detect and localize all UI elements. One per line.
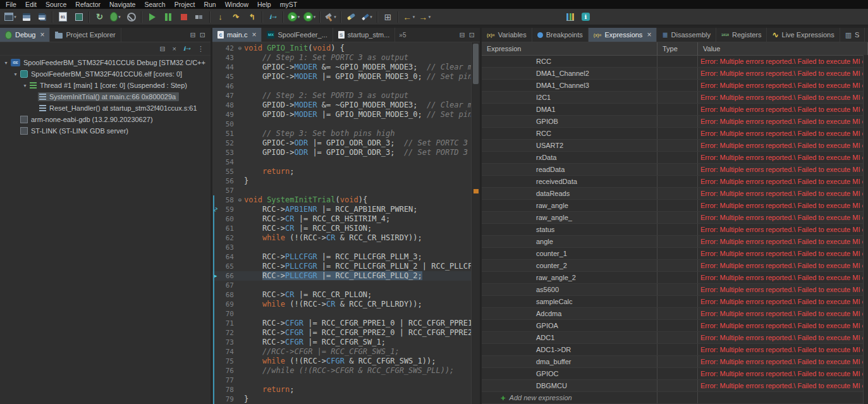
tab-main-c[interactable]: main.c× [212,28,262,42]
tab-s[interactable]: S [840,28,865,42]
terminate-button[interactable] [176,10,192,24]
expression-row[interactable]: I2C1Error: Multiple errors reported.\ Fa… [482,92,868,104]
debug-tree-item[interactable]: Reset_Handler() at startup_stm32f401ccux… [0,102,211,114]
expression-row[interactable]: sampleCalcError: Multiple errors reporte… [482,296,868,308]
code-line[interactable]: 63 [212,243,480,252]
code-line[interactable]: 74 //RCC->CFGR |= RCC_CFGR_SWS_1; [212,347,480,357]
debug-tree-item[interactable]: ▾SpoolFeederBM_STM32F401CCU6.elf [cores:… [0,68,211,80]
expression-row[interactable]: RCCError: Multiple errors reported.\ Fai… [482,56,868,68]
maximize-icon[interactable]: ⊡ [469,31,475,39]
expression-row[interactable]: rxDataError: Multiple errors reported.\ … [482,152,868,164]
dropdown-caret-icon[interactable]: ▾ [334,15,336,20]
disconnect-button[interactable] [192,10,207,24]
code-line[interactable]: 62 while (!(RCC->CR & RCC_CR_HSIRDY)); [212,233,480,243]
expression-row[interactable]: RCCError: Multiple errors reported.\ Fai… [482,128,868,140]
expression-row[interactable]: USART2Error: Multiple errors reported.\ … [482,140,868,152]
step-into-button[interactable] [212,10,228,24]
tab-registers[interactable]: Registers [716,28,767,42]
close-icon[interactable]: × [40,30,44,39]
expression-row[interactable]: readDataError: Multiple errors reported.… [482,164,868,176]
code-line[interactable]: 44 GPIOC->MODER &= ~GPIO_MODER_MODE3; //… [212,63,480,72]
dropdown-caret-icon[interactable]: ▾ [370,15,372,20]
debug-tree-item[interactable]: SystemInitTrial() at main.c:66 0x800029a [0,91,211,102]
code-line[interactable]: 47 // Step 2: Set PORTD 3 as output [212,91,480,101]
code-line[interactable]: 78 return; [212,385,480,395]
code-line[interactable]: 69 while (!(RCC->CR & RCC_CR_PLLRDY)); [212,300,480,309]
expand-arrow-icon[interactable]: ▾ [3,60,9,66]
dropdown-caret-icon[interactable]: ▾ [314,15,316,20]
code-line[interactable]: 72 RCC->CFGR |= RCC_CFGR_PPRE2_0 | RCC_C… [212,328,480,338]
code-line[interactable]: 50 [212,119,480,129]
expression-row[interactable]: dataReadsError: Multiple errors reported… [482,188,868,200]
tab-disassembly[interactable]: Disassembly [657,28,716,42]
refresh-button[interactable] [92,10,107,24]
remove-all-terminated-icon[interactable]: × [173,46,176,52]
dropdown-caret-icon[interactable]: ▾ [14,15,16,20]
expression-row[interactable]: angleError: Multiple errors reported.\ F… [482,236,868,248]
tab-startup-stm[interactable]: startup_stm... [333,28,396,42]
code-line[interactable]: 57 [212,186,480,195]
expression-row[interactable]: DMA1Error: Multiple errors reported.\ Fa… [482,104,868,116]
expression-row[interactable]: raw_angle_Error: Multiple errors reporte… [482,212,868,224]
expression-row[interactable]: ADC1Error: Multiple errors reported.\ Fa… [482,332,868,344]
menu-item-refactor[interactable]: Refactor [71,1,105,8]
expression-row[interactable]: ADC1->DRError: Multiple errors reported.… [482,344,868,356]
expression-row[interactable]: dma_bufferError: Multiple errors reporte… [482,356,868,368]
close-icon[interactable]: × [252,30,256,39]
dropdown-caret-icon[interactable]: ▾ [429,15,431,20]
code-line[interactable]: 54 [212,157,480,167]
expand-arrow-icon[interactable]: ▾ [12,71,19,77]
code-line[interactable]: 60 RCC->CR |= RCC_CR_HSITRIM_4; [212,214,480,224]
expression-row[interactable]: counter_2Error: Multiple errors reported… [482,260,868,272]
menu-item-project[interactable]: Project [170,1,200,8]
editor-scrollbar[interactable] [471,42,480,404]
step-return-button[interactable] [244,10,260,24]
minimize-icon[interactable]: ⊟ [460,31,465,39]
code-line[interactable]: 73 RCC->CFGR |= RCC_CFGR_SW_1; [212,338,480,347]
code-line[interactable]: 64 RCC->PLLCFGR |= RCC_PLLCFGR_PLLM_3; [212,252,480,262]
code-line[interactable]: 42⊖void GPIO_Init(void) { [212,44,480,53]
skip-all-breakpoints-button[interactable] [123,10,139,24]
tab-project-explorer[interactable]: Project Explorer [50,28,121,42]
code-line[interactable]: ▶66 RCC->PLLCFGR |= RCC_PLLCFGR_PLLQ_2; [212,271,480,281]
debug-button[interactable]: ▾ [107,10,123,24]
build-all-button[interactable]: ▾ [322,10,338,24]
add-expression-row[interactable]: +Add new expression [482,392,868,404]
information-center-button[interactable] [578,10,594,24]
minimize-icon[interactable]: ⊟ [190,31,196,39]
code-line[interactable]: 65 RCC->PLLCFGR |= RCC_PLLCFGR_PLLN_2 | … [212,262,480,271]
code-line[interactable]: 45 GPIOC->MODER |= GPIO_MODER_MODE3_0; /… [212,72,480,82]
code-line[interactable]: 58⊖void SystemInitTrial(void){ [212,195,480,205]
overview-annotation-icon[interactable] [474,189,479,193]
code-line[interactable]: 77 [212,376,480,385]
save-button[interactable] [18,10,34,24]
code-line[interactable]: 52 GPIOC->ODR |= GPIO_ODR_ODR_3; // Set … [212,138,480,148]
expressions-scrollbar[interactable] [863,55,868,404]
flash-device-button[interactable] [71,10,87,24]
tab-breakpoints[interactable]: Breakpoints [532,28,589,42]
code-line[interactable]: 76 //while (!(RCC->CFGR & RCC_CFGR_SWS_P… [212,366,480,376]
expand-arrow-icon[interactable]: ▾ [21,83,28,89]
maximize-icon[interactable]: ⊡ [200,31,205,39]
dropdown-caret-icon[interactable]: ▾ [413,15,415,20]
expression-row[interactable]: DMA1_Channel3Error: Multiple errors repo… [482,80,868,92]
save-all-button[interactable] [34,10,50,24]
expression-row[interactable]: counter_1Error: Multiple errors reported… [482,248,868,260]
code-line[interactable]: 49 GPIOD->MODER |= GPIO_MODER_MODE3_0; /… [212,110,480,119]
code-line[interactable]: 68 RCC->CR |= RCC_CR_PLLON; [212,290,480,300]
serial-chart-button[interactable] [562,10,578,24]
fold-toggle-icon[interactable]: ⊖ [236,44,244,53]
dropdown-caret-icon[interactable]: ▾ [298,15,300,20]
menu-item-file[interactable]: File [1,1,21,8]
tab-overflow-indicator[interactable]: »5 [395,28,410,42]
tab-live-expressions[interactable]: Live Expressions [767,28,840,42]
code-line[interactable]: 48 GPIOD->MODER &= ~GPIO_MODER_MODE3; //… [212,101,480,110]
menu-item-source[interactable]: Source [41,1,71,8]
expression-row[interactable]: AdcdmaError: Multiple errors reported.\ … [482,308,868,320]
expression-row[interactable]: DBGMCUError: Multiple errors reported.\ … [482,380,868,392]
code-line[interactable]: 53 GPIOD->ODR |= GPIO_ODR_ODR_3; // Set … [212,148,480,157]
expression-row[interactable]: statusError: Multiple errors reported.\ … [482,224,868,236]
debug-tree-item[interactable]: arm-none-eabi-gdb (13.2.90.20230627) [0,114,211,125]
expression-row[interactable]: receivedDataError: Multiple errors repor… [482,176,868,188]
code-line[interactable]: 67 [212,281,480,290]
